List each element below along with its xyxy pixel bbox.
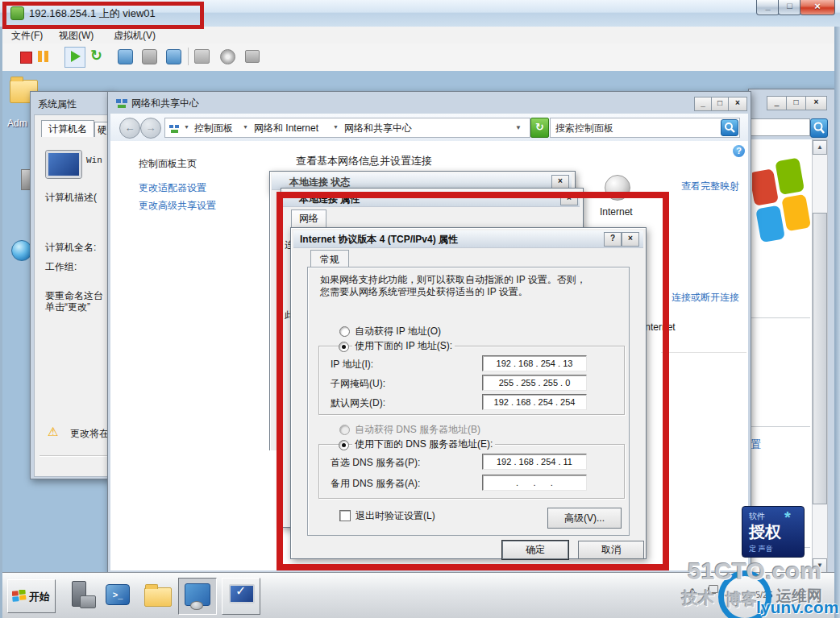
cd-drive-icon[interactable] bbox=[220, 49, 235, 64]
system-properties-window: 系统属性 计算机名 硬件 Win 计算机描述( 计算机全名: 工作组: 要重命名… bbox=[30, 91, 112, 479]
background-system-window: _ □ × 置 ▲ ▼ bbox=[748, 89, 836, 575]
breadcrumb[interactable]: ▼ 控制面板 ▼ 网络和 Internet ▼ 网络和共享中心 ▼ bbox=[164, 118, 530, 138]
chevron-icon: ▼ bbox=[333, 124, 339, 130]
control-panel-dot-icon bbox=[190, 601, 203, 610]
usb-device-icon[interactable] bbox=[245, 50, 260, 63]
bg-separator-2 bbox=[751, 426, 810, 427]
console-left-border bbox=[0, 27, 2, 618]
nc-maximize-button[interactable]: □ bbox=[711, 97, 729, 111]
computer-icon bbox=[46, 151, 81, 178]
annotation-box-dialog bbox=[277, 192, 669, 570]
chevron-icon: ▼ bbox=[184, 124, 189, 130]
explorer-folder-icon[interactable] bbox=[144, 587, 172, 607]
windows-logo bbox=[752, 150, 812, 266]
nc-minimize-button[interactable]: _ bbox=[694, 97, 712, 111]
reset-icon[interactable]: ↻ bbox=[90, 47, 102, 64]
windows-flag-icon bbox=[12, 590, 27, 605]
refresh-button[interactable]: ↻ bbox=[530, 118, 549, 138]
taskbar: 开始 >_ ✓ ^ 5/25 bbox=[2, 572, 834, 618]
address-bar: ← → ▼ 控制面板 ▼ 网络和 Internet ▼ 网络和共享中心 ▼ ↻ … bbox=[110, 114, 748, 142]
chevron-icon: ▼ bbox=[243, 124, 248, 130]
sidebar-link-sharing-settings[interactable]: 更改高级共享设置 bbox=[139, 199, 216, 213]
pause-icon[interactable] bbox=[38, 51, 42, 62]
warning-icon: ⚠ bbox=[48, 425, 58, 439]
snapshot-manager-icon[interactable] bbox=[166, 49, 181, 64]
console-toolbar: ↻ bbox=[2, 44, 834, 72]
status-close-button[interactable]: × bbox=[551, 175, 569, 189]
search-icon[interactable] bbox=[721, 119, 738, 136]
close-button[interactable]: × bbox=[800, 0, 835, 15]
bg-search-icon[interactable] bbox=[810, 118, 828, 138]
snapshot-take-icon[interactable] bbox=[118, 49, 133, 64]
minimize-button[interactable]: _ bbox=[756, 0, 780, 15]
check-icon: ✓ bbox=[235, 583, 246, 599]
console-menubar: 文件(F) 视图(W) 虚拟机(V) bbox=[2, 27, 834, 44]
sysprops-title: 系统属性 bbox=[38, 97, 77, 111]
toolbar-separator bbox=[188, 48, 189, 65]
menu-file[interactable]: 文件(F) bbox=[11, 29, 43, 43]
bg-settings-link-fragment[interactable]: 置 bbox=[751, 438, 761, 452]
change-note: 更改将在 bbox=[70, 427, 109, 441]
tray-expand-icon[interactable]: ^ bbox=[689, 586, 696, 598]
power-off-icon[interactable] bbox=[20, 52, 32, 64]
sysprops-body: 计算机名 硬件 Win 计算机描述( 计算机全名: 工作组: 要重命名这台 单击… bbox=[34, 114, 110, 477]
bg-scrollbar-thumb[interactable] bbox=[813, 213, 827, 504]
crumb-network-center[interactable]: 网络和共享中心 bbox=[344, 122, 412, 135]
crumb-network-internet[interactable]: 网络和 Internet bbox=[254, 122, 318, 135]
rename-note-line2: 单击“更改” bbox=[45, 301, 90, 314]
chevron-down-icon[interactable]: ▼ bbox=[515, 124, 522, 131]
start-label: 开始 bbox=[29, 590, 50, 604]
content-separator bbox=[661, 352, 746, 353]
start-button[interactable]: 开始 bbox=[7, 579, 56, 613]
back-icon[interactable]: ← bbox=[119, 118, 140, 139]
settings-disk-icon[interactable] bbox=[194, 49, 210, 64]
badge-line1: 软件 bbox=[749, 511, 765, 522]
control-panel-button[interactable] bbox=[178, 578, 217, 615]
tab-computer-name[interactable]: 计算机名 bbox=[41, 120, 94, 137]
computer-description-label: 计算机描述( bbox=[45, 191, 97, 205]
sysprops-os-fragment: Win bbox=[86, 156, 102, 165]
tray-flag-icon[interactable] bbox=[709, 585, 718, 593]
forward-icon[interactable]: → bbox=[140, 118, 161, 139]
desktop-user-label: Adm bbox=[7, 118, 27, 129]
badge-star-icon: * bbox=[784, 508, 791, 527]
vmware-console-window: 192.168.254.1 上的 view01 _ □ × 文件(F) 视图(W… bbox=[0, 0, 840, 618]
help-icon[interactable]: ? bbox=[733, 145, 745, 157]
genuine-software-badge: 软件 * 授权 定 声音 bbox=[742, 506, 805, 558]
menu-vm[interactable]: 虚拟机(V) bbox=[114, 29, 156, 43]
console-right-border bbox=[834, 27, 840, 618]
connect-disconnect-link[interactable]: 连接或断开连接 bbox=[672, 291, 739, 305]
bg-minimize-button[interactable]: _ bbox=[767, 96, 787, 110]
network-center-icon bbox=[116, 97, 127, 107]
server-manager-toolbox-icon[interactable] bbox=[80, 595, 96, 608]
view-full-map-link[interactable]: 查看完整映射 bbox=[681, 180, 739, 193]
snapshot-revert-icon[interactable] bbox=[142, 49, 157, 64]
bg-scroll-down-icon[interactable]: ▼ bbox=[813, 558, 827, 573]
workgroup-label: 工作组: bbox=[45, 260, 77, 274]
bg-close-button[interactable]: × bbox=[805, 96, 827, 110]
tray-date[interactable]: 5/25 bbox=[755, 590, 772, 599]
bg-maximize-button[interactable]: □ bbox=[786, 96, 806, 110]
sidebar-link-adapter-settings[interactable]: 更改适配器设置 bbox=[139, 181, 206, 195]
system-icon-button[interactable]: ✓ bbox=[222, 578, 260, 615]
main-heading: 查看基本网络信息并设置连接 bbox=[296, 154, 432, 168]
bg-separator-1 bbox=[751, 317, 810, 318]
badge-line2: 授权 bbox=[749, 521, 781, 543]
menu-view[interactable]: 视图(W) bbox=[59, 29, 94, 43]
maximize-button[interactable]: □ bbox=[778, 0, 801, 15]
bg-search-input[interactable] bbox=[751, 118, 810, 136]
sidebar-item-home[interactable]: 控制面板主页 bbox=[139, 157, 197, 171]
sysprops-separator bbox=[40, 455, 107, 456]
network-center-title: 网络和共享中心 bbox=[131, 97, 199, 110]
crumb-control-panel[interactable]: 控制面板 bbox=[194, 122, 233, 135]
powershell-icon[interactable]: >_ bbox=[106, 584, 130, 605]
bg-scroll-up-icon[interactable]: ▲ bbox=[813, 140, 827, 155]
bg-scrollbar[interactable]: ▲ ▼ bbox=[812, 139, 828, 574]
badge-line3: 定 声音 bbox=[749, 544, 773, 554]
play-icon bbox=[71, 51, 81, 62]
nc-close-button[interactable]: × bbox=[728, 97, 747, 111]
search-box[interactable]: 搜索控制面板 bbox=[550, 118, 740, 138]
search-input-text[interactable]: 搜索控制面板 bbox=[555, 122, 613, 135]
computer-fullname-label: 计算机全名: bbox=[45, 241, 96, 255]
annotation-box-title bbox=[2, 2, 204, 29]
